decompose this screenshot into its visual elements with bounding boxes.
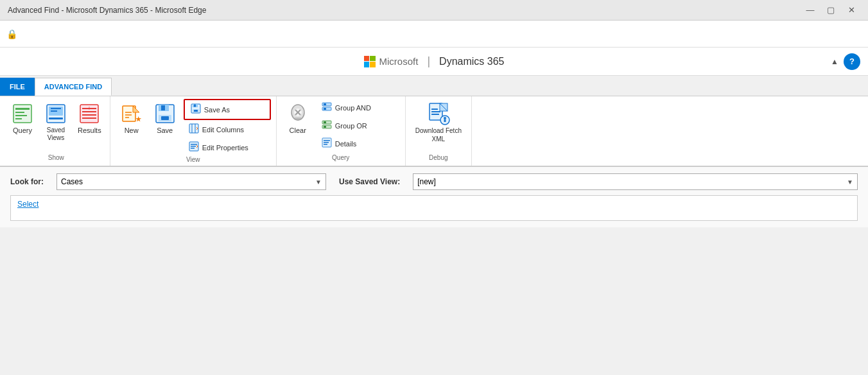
tab-bar: FILE ADVANCED FIND [0,76,868,96]
address-bar: 🔒 [0,21,868,48]
edit-columns-button[interactable]: Edit Columns [184,121,267,138]
tab-advanced-find-label: ADVANCED FIND [44,83,102,91]
svg-rect-14 [82,118,96,119]
filter-row: Look for: Cases ▼ Use Saved View: [new] … [10,173,858,190]
new-save-group: ★ New Save [116,99,181,137]
save-icon [153,102,177,125]
group-or-icon [321,119,333,132]
look-for-chevron: ▼ [315,179,322,186]
saved-views-label: SavedViews [47,126,65,142]
close-button[interactable]: ✕ [842,3,860,17]
saved-view-select[interactable]: [new] ▼ [413,173,858,190]
tab-advanced-find[interactable]: ADVANCED FIND [35,78,112,96]
svg-text:!: ! [89,106,90,110]
svg-rect-59 [431,109,438,110]
svg-rect-60 [431,111,440,112]
saved-views-icon [44,102,67,125]
look-for-label: Look for: [10,177,44,186]
microsoft-logo: Microsoft | Dynamics 365 [364,55,505,68]
edit-properties-button[interactable]: Edit Properties [184,139,267,156]
svg-rect-30 [194,105,196,107]
svg-rect-25 [161,105,165,110]
query-button[interactable]: Query [6,99,39,137]
new-button[interactable]: ★ New [116,99,148,137]
ms-sq4 [370,62,376,67]
new-label: New [125,126,139,134]
ribbon-group-debug: Download FetchXML Debug [406,96,472,166]
view-group-label: View [116,156,271,165]
edit-properties-label: Edit Properties [202,144,248,152]
svg-rect-38 [191,146,196,147]
group-and-button[interactable]: Group AND [317,99,400,116]
ribbon: Query SavedViews [0,96,868,167]
save-as-wrapper: Save As [184,99,271,120]
results-icon: ! [78,102,101,125]
saved-view-chevron: ▼ [847,179,853,186]
edit-columns-icon [188,123,200,135]
ms-sq3 [364,62,370,67]
ribbon-group-view: ★ New Save [110,96,277,166]
group-buttons: Group AND Group OR [317,99,400,152]
title-bar-controls: — ▢ ✕ [801,3,860,17]
show-buttons: Query SavedViews [6,99,106,154]
group-and-label: Group AND [335,104,371,112]
svg-rect-12 [82,111,96,112]
svg-point-63 [444,117,446,119]
details-button[interactable]: Details [317,135,400,152]
save-as-button[interactable]: Save As [186,101,269,118]
ms-sq2 [370,56,376,62]
save-as-icon [190,103,202,116]
results-button[interactable]: ! Results [73,99,106,137]
content-area: Look for: Cases ▼ Use Saved View: [new] … [0,167,868,227]
debug-group-label: Debug [411,154,466,163]
svg-rect-27 [161,116,169,120]
download-fetch-xml-button[interactable]: Download FetchXML [411,99,466,146]
svg-rect-53 [324,140,330,141]
collapse-ribbon-button[interactable]: ▲ [831,57,838,66]
svg-rect-39 [191,148,195,149]
dynamics-text: Dynamics 365 [439,56,504,67]
clear-label: Clear [290,126,306,134]
download-fetch-xml-icon [427,102,450,125]
group-or-label: Group OR [335,122,367,130]
filter-criteria-area: Select [10,195,858,221]
group-or-button[interactable]: Group OR [317,117,400,134]
edit-properties-icon [188,141,200,153]
svg-rect-47 [324,108,326,110]
svg-rect-45 [324,103,326,105]
lock-icon: 🔒 [6,29,17,39]
svg-rect-37 [191,144,197,145]
view-buttons: ★ New Save [116,99,271,156]
look-for-select[interactable]: Cases ▼ [56,173,326,190]
saved-view-label: Use Saved View: [339,177,400,186]
header-divider: | [427,55,430,68]
svg-rect-9 [51,110,57,112]
maximize-button[interactable]: ▢ [822,3,840,17]
svg-rect-2 [15,112,24,113]
svg-rect-61 [431,114,439,115]
svg-rect-64 [444,119,446,122]
tab-file[interactable]: FILE [0,78,35,96]
svg-rect-51 [324,126,326,128]
details-icon [321,137,333,150]
ribbon-group-query: Clear Group AND [277,96,406,166]
ribbon-group-show: Query SavedViews [3,96,110,166]
svg-rect-7 [49,118,63,119]
help-button[interactable]: ? [844,53,860,70]
details-label: Details [335,140,357,148]
query-label: Query [13,126,32,134]
svg-rect-8 [51,108,61,109]
ms-squares-icon [364,56,376,67]
show-group-label: Show [48,154,64,163]
app-header: Microsoft | Dynamics 365 ▲ ? [0,48,868,76]
saved-views-button[interactable]: SavedViews [40,99,72,145]
svg-rect-3 [15,115,27,116]
clear-button[interactable]: Clear [282,99,314,137]
results-label: Results [78,126,101,134]
select-link[interactable]: Select [17,200,39,209]
save-button[interactable]: Save [149,99,181,137]
query-icon [11,102,34,125]
group-and-icon [321,101,333,114]
edit-columns-label: Edit Columns [202,126,244,134]
minimize-button[interactable]: — [801,3,819,17]
